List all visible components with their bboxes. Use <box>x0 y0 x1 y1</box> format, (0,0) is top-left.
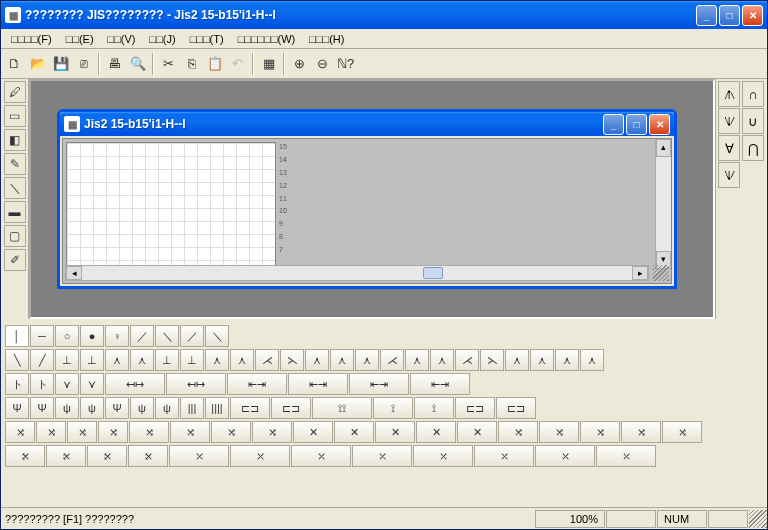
palette-symbol[interactable]: ⤫ <box>230 445 290 467</box>
child-close-button[interactable]: ✕ <box>649 114 670 135</box>
copy-icon[interactable]: ⎘ <box>180 53 203 75</box>
palette-symbol[interactable]: ⤪ <box>87 445 127 467</box>
palette-symbol[interactable]: ト <box>30 373 54 395</box>
palette-symbol[interactable]: ⋏ <box>555 349 579 371</box>
palette-symbol[interactable]: ψ <box>155 397 179 419</box>
menu-j[interactable]: □□(J) <box>144 31 182 47</box>
palette-symbol[interactable]: ⤫ <box>596 445 656 467</box>
palette-symbol[interactable]: ⋌ <box>380 349 404 371</box>
menu-window[interactable]: □□□□□□(W) <box>232 31 302 47</box>
palette-symbol[interactable]: ⤨ <box>252 421 292 443</box>
palette-symbol[interactable]: ○ <box>55 325 79 347</box>
horizontal-scrollbar[interactable]: ◂ ▸ <box>65 265 649 281</box>
undo-icon[interactable]: ↶ <box>226 53 249 75</box>
palette-symbol[interactable]: |||| <box>205 397 229 419</box>
palette-symbol[interactable]: │ <box>5 325 29 347</box>
menu-view[interactable]: □□(V) <box>102 31 142 47</box>
palette-symbol[interactable]: ⋋ <box>280 349 304 371</box>
palette-symbol[interactable]: Ψ <box>30 397 54 419</box>
palette-symbol[interactable]: ⇤⇥ <box>349 373 409 395</box>
tool-picker-icon[interactable]: ✐ <box>4 249 26 271</box>
save-icon[interactable]: 💾 <box>49 53 72 75</box>
palette-symbol[interactable]: ⊏⊐ <box>496 397 536 419</box>
stitch-a3-icon[interactable]: ⋂ <box>742 135 764 161</box>
palette-symbol[interactable]: ⋏ <box>505 349 529 371</box>
vertical-scrollbar[interactable] <box>655 139 671 269</box>
palette-symbol[interactable]: ⇤⇥ <box>288 373 348 395</box>
palette-symbol[interactable]: ⤨ <box>662 421 702 443</box>
palette-symbol[interactable]: ✕ <box>457 421 497 443</box>
print-icon[interactable]: 🖶 <box>103 53 126 75</box>
palette-symbol[interactable]: ψ <box>130 397 154 419</box>
preview-icon[interactable]: 🔍 <box>126 53 149 75</box>
maximize-button[interactable]: □ <box>719 5 740 26</box>
palette-symbol[interactable]: ⋎ <box>55 373 79 395</box>
palette-symbol[interactable]: ⤫ <box>474 445 534 467</box>
palette-symbol[interactable]: ✕ <box>334 421 374 443</box>
palette-symbol[interactable]: ⤨ <box>211 421 251 443</box>
palette-symbol[interactable]: ♀ <box>105 325 129 347</box>
child-window[interactable]: ▦ Jis2 15-b15'i1-H--I _ □ ✕ 151413121110… <box>57 109 677 289</box>
palette-symbol[interactable]: ⤫ <box>413 445 473 467</box>
palette-symbol[interactable]: ⤫ <box>291 445 351 467</box>
close-button[interactable]: ✕ <box>742 5 763 26</box>
palette-symbol[interactable]: ⋏ <box>205 349 229 371</box>
palette-symbol[interactable]: ⟟ <box>373 397 413 419</box>
palette-symbol[interactable]: ⋋ <box>480 349 504 371</box>
palette-symbol[interactable]: ⤪ <box>128 445 168 467</box>
paste-icon[interactable]: 📋 <box>203 53 226 75</box>
zoomout-icon[interactable]: ⊖ <box>311 53 334 75</box>
palette-symbol[interactable]: ⇤⇥ <box>227 373 287 395</box>
child-minimize-button[interactable]: _ <box>603 114 624 135</box>
palette-symbol[interactable]: ⋏ <box>430 349 454 371</box>
palette-symbol[interactable]: ⤫ <box>169 445 229 467</box>
palette-symbol[interactable]: ⤨ <box>170 421 210 443</box>
palette-symbol[interactable]: ─ <box>30 325 54 347</box>
palette-symbol[interactable]: ⊏⊐ <box>230 397 270 419</box>
palette-symbol[interactable]: ↤↦ <box>105 373 165 395</box>
palette-symbol[interactable]: ⤨ <box>621 421 661 443</box>
palette-symbol[interactable]: ⋎ <box>80 373 104 395</box>
palette-symbol[interactable]: ⤫ <box>535 445 595 467</box>
statusbar-grip-icon[interactable] <box>749 510 767 528</box>
palette-symbol[interactable]: ⤨ <box>98 421 128 443</box>
stitch-v1-icon[interactable]: ⩚ <box>718 81 740 107</box>
palette-symbol[interactable]: ψ <box>80 397 104 419</box>
palette-symbol[interactable]: ⋌ <box>455 349 479 371</box>
palette-symbol[interactable]: ╱ <box>30 349 54 371</box>
menu-help[interactable]: □□□(H) <box>303 31 350 47</box>
palette-symbol[interactable]: ⟟ <box>414 397 454 419</box>
palette-symbol[interactable]: ↤↦ <box>166 373 226 395</box>
palette-symbol[interactable]: ⋌ <box>255 349 279 371</box>
palette-symbol[interactable]: ⤪ <box>5 445 45 467</box>
palette-symbol[interactable]: Ψ <box>105 397 129 419</box>
palette-symbol[interactable]: ● <box>80 325 104 347</box>
palette-symbol[interactable]: ／ <box>130 325 154 347</box>
size-grip-icon[interactable] <box>653 265 669 281</box>
palette-symbol[interactable]: ト <box>5 373 29 395</box>
palette-symbol[interactable]: ⋏ <box>330 349 354 371</box>
palette-symbol[interactable]: ⤪ <box>46 445 86 467</box>
palette-symbol[interactable]: ✕ <box>293 421 333 443</box>
palette-symbol[interactable]: ⊥ <box>155 349 179 371</box>
palette-symbol[interactable]: ⊥ <box>80 349 104 371</box>
palette-symbol[interactable]: ⊏⊐ <box>271 397 311 419</box>
whatsthis-icon[interactable]: ℕ? <box>334 53 357 75</box>
palette-symbol[interactable]: ⤨ <box>498 421 538 443</box>
menu-file[interactable]: □□□□(F) <box>5 31 58 47</box>
palette-symbol[interactable]: ⤨ <box>5 421 35 443</box>
palette-symbol[interactable]: ⊥ <box>55 349 79 371</box>
tool-stamp-icon[interactable]: 🖊 <box>4 81 26 103</box>
zoomin-icon[interactable]: ⊕ <box>288 53 311 75</box>
palette-symbol[interactable]: ＼ <box>155 325 179 347</box>
palette-symbol[interactable]: ＼ <box>205 325 229 347</box>
palette-symbol[interactable]: ╲ <box>5 349 29 371</box>
palette-symbol[interactable]: ⋏ <box>130 349 154 371</box>
scroll-thumb[interactable] <box>423 267 443 279</box>
tool-pen-icon[interactable]: ✎ <box>4 153 26 175</box>
palette-symbol[interactable]: ⤨ <box>580 421 620 443</box>
main-titlebar[interactable]: ▦ ???????? JIS???????? - Jis2 15-b15'i1-… <box>1 1 767 29</box>
palette-symbol[interactable]: ⋏ <box>405 349 429 371</box>
palette-symbol[interactable]: ⋏ <box>530 349 554 371</box>
stitch-a1-icon[interactable]: ∩ <box>742 81 764 107</box>
